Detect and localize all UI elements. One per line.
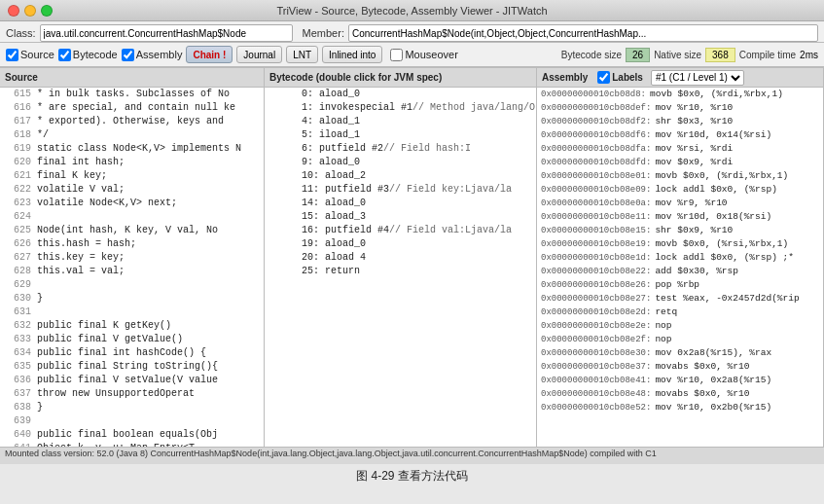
table-row: 0x00000000010cb08dfd:mov $0x9, %rdi <box>537 156 823 169</box>
source-label: Source <box>20 49 54 60</box>
asm-code: movb $0x0, (%rsi,%rbx,1) <box>655 237 788 251</box>
table-row: 14: aload_0 <box>265 197 536 210</box>
source-checkbox-label[interactable]: Source <box>6 49 54 61</box>
table-row: 632 public final K getKey() <box>0 319 264 333</box>
source-pane: Source 615 * in bulk tasks. Subclasses o… <box>0 68 265 447</box>
asm-code: nop <box>655 333 671 346</box>
table-row: 0x00000000010cb08e26:pop %rbp <box>537 278 823 292</box>
line-content: volatile Node<K,V> next; <box>37 197 177 210</box>
assembly-checkbox[interactable] <box>122 49 134 61</box>
labels-label: Labels <box>612 72 643 83</box>
journal-button[interactable]: Journal <box>236 46 282 63</box>
mouseover-checkbox-label[interactable]: Mouseover <box>390 49 457 61</box>
level-select[interactable]: #1 (C1 / Level 1) <box>651 70 744 86</box>
table-row: 635 public final String toString(){ <box>0 360 264 374</box>
line-content: 0: aload_0 <box>302 88 360 101</box>
asm-addr: 0x00000000010cb08df2: <box>541 115 651 128</box>
close-button[interactable] <box>8 5 19 17</box>
line-num <box>269 197 296 210</box>
table-row: 9: aload_0 <box>265 156 536 169</box>
line-num: 634 <box>4 346 31 360</box>
asm-addr: 0x00000000010cb08def: <box>541 101 651 115</box>
line-num <box>269 210 296 224</box>
labels-checkbox[interactable] <box>597 71 610 84</box>
line-content: 10: aload_2 <box>302 169 366 183</box>
line-num <box>269 265 296 278</box>
asm-code: mov %r10, 0x2a8(%r15) <box>655 374 771 387</box>
source-pane-content[interactable]: 615 * in bulk tasks. Subclasses of No616… <box>0 88 264 447</box>
asm-addr: 0x00000000010cb08e26: <box>541 278 651 292</box>
bytecode-checkbox[interactable] <box>58 49 71 61</box>
assembly-checkbox-label[interactable]: Assembly <box>122 49 183 61</box>
asm-code: lock addl $0x0, (%rsp) ;* <box>655 251 794 265</box>
mouseover-checkbox[interactable] <box>390 49 403 61</box>
lnt-button[interactable]: LNT <box>286 46 318 63</box>
asm-addr: 0x00000000010cb08d8: <box>541 88 646 101</box>
toolbar-row1: Class: Member: <box>0 21 824 43</box>
title-bar: TriView - Source, Bytecode, Assembly Vie… <box>0 0 824 21</box>
asm-code: mov 0x2a8(%r15), %rax <box>655 346 771 360</box>
table-row: 623 volatile Node<K,V> next; <box>0 197 264 210</box>
table-row: 637 throw new UnsupportedOperat <box>0 387 264 401</box>
table-row: 0: aload_0 <box>265 88 536 101</box>
line-num: 632 <box>4 319 31 333</box>
line-content: 9: aload_0 <box>302 156 360 169</box>
comment: // Field val:Ljava/la <box>389 224 512 237</box>
chain-button[interactable]: Chain ! <box>186 46 233 63</box>
table-row: 636 public final V setValue(V value <box>0 374 264 387</box>
line-num: 627 <box>4 251 31 265</box>
line-content: 6: putfield #2 <box>302 142 383 156</box>
line-content: 4: aload_1 <box>302 115 360 128</box>
table-row: 619 static class Node<K,V> implements N <box>0 142 264 156</box>
comment: // Field key:Ljava/la <box>389 183 512 197</box>
assembly-pane: Assembly Labels #1 (C1 / Level 1) 0x0000… <box>537 68 824 447</box>
asm-addr: 0x00000000010cb08e30: <box>541 346 651 360</box>
table-row: 0x00000000010cb08e41:mov %r10, 0x2a8(%r1… <box>537 374 823 387</box>
line-num: 622 <box>4 183 31 197</box>
traffic-lights <box>8 5 53 17</box>
assembly-pane-content[interactable]: 0x00000000010cb08d8:movb $0x0, (%rdi,%rb… <box>537 88 823 447</box>
table-row: 0x00000000010cb08e22:add $0x30, %rsp <box>537 265 823 278</box>
table-row: 0x00000000010cb08e09:lock addl $0x0, (%r… <box>537 183 823 197</box>
source-checkbox[interactable] <box>6 49 18 61</box>
asm-addr: 0x00000000010cb08e37: <box>541 360 651 374</box>
bytecode-checkbox-label[interactable]: Bytecode <box>58 49 118 61</box>
line-content: 15: aload_3 <box>302 210 366 224</box>
asm-addr: 0x00000000010cb08e15: <box>541 224 651 237</box>
line-content: throw new UnsupportedOperat <box>37 387 195 401</box>
asm-code: add $0x30, %rsp <box>655 265 738 278</box>
table-row: 0x00000000010cb08e19:movb $0x0, (%rsi,%r… <box>537 237 823 251</box>
member-input[interactable] <box>348 24 818 42</box>
chain-label: Chain <box>193 50 220 60</box>
labels-checkbox-label[interactable]: Labels <box>597 71 643 84</box>
bytecode-pane-content[interactable]: 0: aload_01: invokespecial #1 // Method … <box>265 88 536 447</box>
line-num <box>269 183 296 197</box>
table-row: 622 volatile V val; <box>0 183 264 197</box>
table-row: 0x00000000010cb08e2e:nop <box>537 319 823 333</box>
inlined-button[interactable]: Inlined into <box>322 46 382 63</box>
asm-code: shr $0x9, %r10 <box>655 224 733 237</box>
table-row: 0x00000000010cb08e2f:nop <box>537 333 823 346</box>
line-content: public final K getKey() <box>37 319 171 333</box>
line-num: 637 <box>4 387 31 401</box>
class-input[interactable] <box>40 24 293 42</box>
table-row: 0x00000000010cb08e27:test %eax, -0x2457d… <box>537 292 823 306</box>
asm-addr: 0x00000000010cb08e27: <box>541 292 651 306</box>
line-num: 624 <box>4 210 31 224</box>
line-num: 619 <box>4 142 31 156</box>
source-pane-title: Source <box>5 72 38 83</box>
line-content: volatile V val; <box>37 183 125 197</box>
table-row: 10: aload_2 <box>265 169 536 183</box>
asm-addr: 0x00000000010cb08e1d: <box>541 251 651 265</box>
table-row: 633 public final V getValue() <box>0 333 264 346</box>
maximize-button[interactable] <box>41 5 53 17</box>
line-num: 620 <box>4 156 31 169</box>
line-content: * exported). Otherwise, keys and <box>37 115 224 128</box>
table-row: 0x00000000010cb08dfa:mov %rsi, %rdi <box>537 142 823 156</box>
line-content: */ <box>37 128 49 142</box>
table-row: 0x00000000010cb08e0a:mov %r9, %r10 <box>537 197 823 210</box>
minimize-button[interactable] <box>24 5 36 17</box>
line-num: 641 <box>4 442 31 447</box>
asm-addr: 0x00000000010cb08e19: <box>541 237 651 251</box>
bytecode-size-value: 26 <box>626 48 650 62</box>
